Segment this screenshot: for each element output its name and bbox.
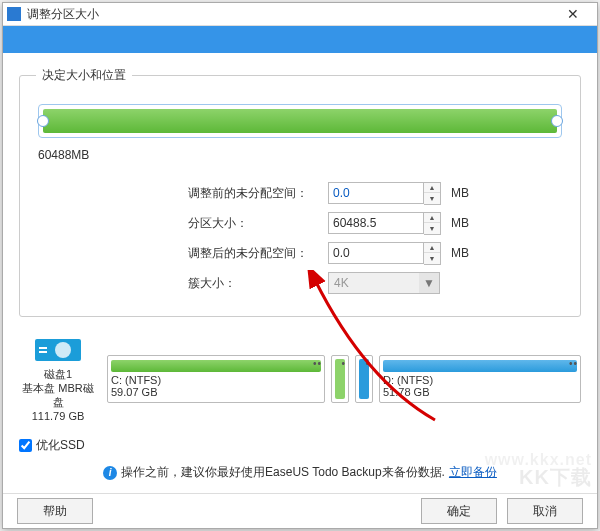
checkbox-optimize-ssd[interactable] <box>19 439 32 452</box>
cancel-button[interactable]: 取消 <box>507 498 583 524</box>
partition-small-2[interactable]: • <box>355 355 373 403</box>
partition-bar-d <box>383 360 577 372</box>
spinner-unalloc-before: ▲ ▼ <box>328 182 441 205</box>
spin-up-icon[interactable]: ▲ <box>424 183 440 194</box>
info-icon: i <box>103 466 117 480</box>
size-position-group: 决定大小和位置 60488MB 调整前的未分配空间： ▲ ▼ <box>19 67 581 317</box>
spin-down-icon[interactable]: ▼ <box>424 253 440 264</box>
dialog-footer: 帮助 确定 取消 <box>3 493 597 528</box>
row-unalloc-before: 调整前的未分配空间： ▲ ▼ MB <box>188 178 562 208</box>
tip-text: 操作之前，建议你最好使用EaseUS Todo Backup来备份数据. <box>121 464 445 481</box>
group-legend: 决定大小和位置 <box>36 67 132 84</box>
disk-overview: 磁盘1 基本盘 MBR磁盘 111.79 GB C: (NTFS) 59.07 … <box>19 329 581 433</box>
app-icon <box>7 7 21 21</box>
resize-handle-right[interactable] <box>551 115 563 127</box>
unit-mb: MB <box>451 186 475 200</box>
spin-down-icon[interactable]: ▼ <box>424 193 440 204</box>
disk-icon <box>35 335 81 365</box>
label-cluster-size: 簇大小： <box>188 275 328 292</box>
titlebar: 调整分区大小 ✕ <box>3 3 597 26</box>
input-unalloc-before[interactable] <box>328 182 424 204</box>
partition-size: 59.07 GB <box>111 386 321 398</box>
header-band <box>3 26 597 53</box>
more-icon[interactable]: •• <box>313 358 322 369</box>
ssd-optimize-row: 优化SSD <box>19 433 581 458</box>
label-unalloc-after: 调整后的未分配空间： <box>188 245 328 262</box>
ok-button[interactable]: 确定 <box>421 498 497 524</box>
spin-up-icon[interactable]: ▲ <box>424 213 440 224</box>
close-button[interactable]: ✕ <box>553 3 593 25</box>
label-partition-size: 分区大小： <box>188 215 328 232</box>
dialog-window: 调整分区大小 ✕ 决定大小和位置 60488MB 调整前的未分配空间： ▲ <box>2 2 598 529</box>
input-unalloc-after[interactable] <box>328 242 424 264</box>
svg-point-1 <box>55 342 71 358</box>
row-cluster-size: 簇大小： 4K ▼ <box>188 268 562 298</box>
partition-d[interactable]: D: (NTFS) 51.78 GB •• <box>379 355 581 403</box>
row-unalloc-after: 调整后的未分配空间： ▲ ▼ MB <box>188 238 562 268</box>
disk-type: 基本盘 MBR磁盘 <box>19 381 97 409</box>
partition-c[interactable]: C: (NTFS) 59.07 GB •• <box>107 355 325 403</box>
more-icon[interactable]: •• <box>569 358 578 369</box>
row-partition-size: 分区大小： ▲ ▼ MB <box>188 208 562 238</box>
spin-up-icon[interactable]: ▲ <box>424 243 440 254</box>
dropdown-cluster-size[interactable]: 4K ▼ <box>328 272 440 294</box>
unit-mb: MB <box>451 246 475 260</box>
more-icon[interactable]: • <box>341 358 346 369</box>
partition-label: C: (NTFS) <box>111 374 321 386</box>
svg-rect-2 <box>39 347 47 349</box>
label-unalloc-before: 调整前的未分配空间： <box>188 185 328 202</box>
backup-link[interactable]: 立即备份 <box>449 464 497 481</box>
window-title: 调整分区大小 <box>27 6 553 23</box>
partition-size: 51.78 GB <box>383 386 577 398</box>
partition-bar-fill <box>43 109 557 133</box>
more-icon[interactable]: • <box>365 358 370 369</box>
partition-bar-c <box>111 360 321 372</box>
content-area: 决定大小和位置 60488MB 调整前的未分配空间： ▲ ▼ <box>3 53 597 493</box>
input-partition-size[interactable] <box>328 212 424 234</box>
resize-handle-left[interactable] <box>37 115 49 127</box>
svg-rect-3 <box>39 351 47 353</box>
partition-list: C: (NTFS) 59.07 GB •• • • D: (NTFS) 51.7… <box>107 355 581 403</box>
disk-info: 磁盘1 基本盘 MBR磁盘 111.79 GB <box>19 335 97 423</box>
partition-bar[interactable] <box>38 104 562 138</box>
partition-size-label: 60488MB <box>38 148 562 162</box>
disk-total: 111.79 GB <box>19 409 97 423</box>
help-button[interactable]: 帮助 <box>17 498 93 524</box>
chevron-down-icon: ▼ <box>419 273 439 293</box>
partition-label: D: (NTFS) <box>383 374 577 386</box>
unit-mb: MB <box>451 216 475 230</box>
backup-tip: i 操作之前，建议你最好使用EaseUS Todo Backup来备份数据. 立… <box>19 458 581 483</box>
disk-name: 磁盘1 <box>19 367 97 381</box>
spinner-partition-size: ▲ ▼ <box>328 212 441 235</box>
partition-small-1[interactable]: • <box>331 355 349 403</box>
spinner-unalloc-after: ▲ ▼ <box>328 242 441 265</box>
label-optimize-ssd: 优化SSD <box>36 437 85 454</box>
form-fields: 调整前的未分配空间： ▲ ▼ MB 分区大小： <box>38 178 562 298</box>
dropdown-value: 4K <box>329 276 419 290</box>
spin-down-icon[interactable]: ▼ <box>424 223 440 234</box>
